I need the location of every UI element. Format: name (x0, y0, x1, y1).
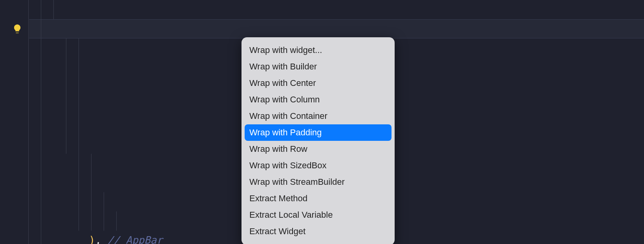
indent-guide (41, 0, 41, 244)
indent-guide (79, 38, 79, 231)
popup-item-wrap-padding[interactable]: Wrap with Padding (245, 124, 392, 141)
popup-item-wrap-widget[interactable]: Wrap with widget... (242, 42, 395, 58)
popup-item-wrap-builder[interactable]: Wrap with Builder (242, 58, 395, 75)
editor-gutter (0, 0, 27, 244)
popup-item-wrap-streambuilder[interactable]: Wrap with StreamBuilder (242, 174, 395, 190)
quick-fix-popup[interactable]: Wrap with widget... Wrap with Builder Wr… (242, 37, 395, 244)
popup-item-extract-local-variable[interactable]: Extract Local Variable (242, 207, 395, 223)
popup-item-extract-widget[interactable]: Extract Widget (242, 223, 395, 240)
popup-item-wrap-column[interactable]: Wrap with Column (242, 91, 395, 108)
indent-guide (28, 0, 29, 244)
indent-guide (66, 38, 66, 154)
indent-guide (53, 0, 54, 19)
popup-item-extract-method[interactable]: Extract Method (242, 190, 395, 207)
popup-item-wrap-row[interactable]: Wrap with Row (242, 141, 395, 157)
lightbulb-icon[interactable] (12, 24, 23, 35)
code-editor[interactable]: ), // AppBar └─body: ShoppingCartItemsBu… (0, 0, 644, 244)
popup-item-wrap-container[interactable]: Wrap with Container (242, 108, 395, 124)
popup-item-wrap-center[interactable]: Wrap with Center (242, 75, 395, 91)
popup-item-wrap-sizedbox[interactable]: Wrap with SizedBox (242, 157, 395, 174)
